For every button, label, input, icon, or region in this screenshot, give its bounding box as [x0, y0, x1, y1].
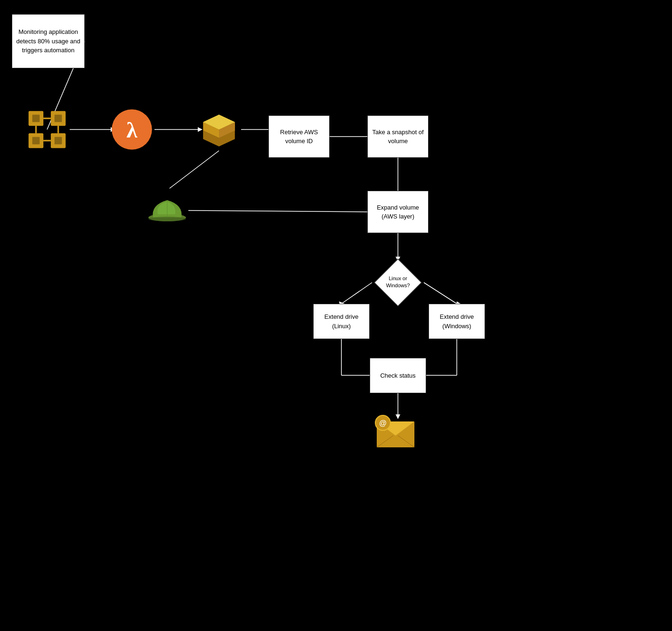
- extend-linux-box: Extend drive (Linux): [313, 304, 370, 339]
- decision-diamond-svg: Linux or Windows?: [372, 257, 424, 308]
- svg-text:λ: λ: [126, 118, 138, 142]
- diagram-container: Monitoring application detects 80% usage…: [0, 0, 672, 631]
- svg-rect-34: [32, 137, 40, 145]
- extend-windows-text: Extend drive (Windows): [433, 312, 481, 331]
- email-svg: @: [374, 414, 417, 450]
- retrieve-volume-text: Retrieve AWS volume ID: [273, 128, 325, 146]
- svg-rect-33: [55, 115, 62, 122]
- expand-volume-box: Expand volume (AWS layer): [367, 191, 429, 233]
- svg-rect-32: [32, 115, 40, 122]
- monitoring-box: Monitoring application detects 80% usage…: [12, 14, 85, 68]
- svg-line-13: [341, 283, 372, 304]
- extend-windows-box: Extend drive (Windows): [429, 304, 485, 339]
- expand-volume-text: Expand volume (AWS layer): [372, 203, 424, 221]
- svg-line-15: [424, 283, 457, 304]
- retrieve-volume-box: Retrieve AWS volume ID: [268, 115, 330, 158]
- svg-line-25: [170, 151, 219, 188]
- check-status-box: Check status: [370, 358, 426, 393]
- check-status-text: Check status: [380, 371, 415, 380]
- take-snapshot-text: Take a snapshot of volume: [372, 128, 424, 146]
- email-icon: @: [374, 414, 417, 450]
- sqs-icon: [198, 108, 240, 151]
- hardhat-icon: [146, 188, 188, 231]
- lambda-icon: λ: [111, 108, 153, 151]
- svg-text:Windows?: Windows?: [386, 283, 410, 288]
- monitoring-text: Monitoring application detects 80% usage…: [16, 27, 81, 55]
- svg-text:@: @: [379, 419, 387, 427]
- stepfunctions-icon: [26, 108, 68, 151]
- linux-windows-decision: Linux or Windows?: [372, 257, 424, 308]
- stepfunctions-svg: [26, 108, 68, 151]
- svg-text:Linux or: Linux or: [389, 275, 407, 281]
- svg-line-26: [188, 210, 367, 212]
- svg-rect-35: [55, 137, 62, 145]
- lambda-svg: λ: [111, 108, 153, 151]
- sqs-svg: [198, 108, 240, 151]
- take-snapshot-box: Take a snapshot of volume: [367, 115, 429, 158]
- extend-linux-text: Extend drive (Linux): [317, 312, 365, 331]
- hardhat-svg: [146, 188, 188, 231]
